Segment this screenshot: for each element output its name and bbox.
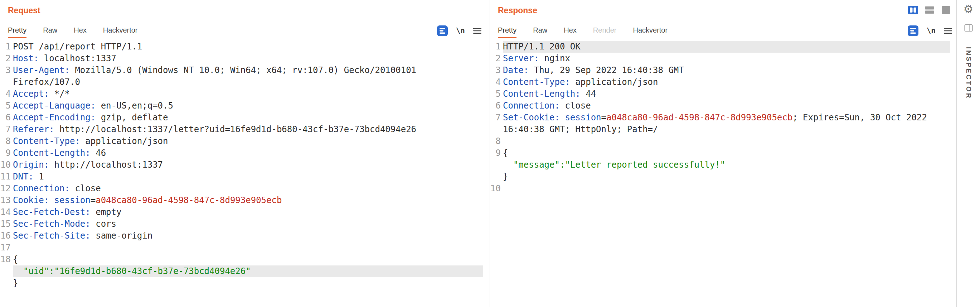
line-content: 16:40:38 GMT; HttpOnly; Path=/ [503,123,950,136]
line-content [503,136,950,147]
line-number: 7 [0,123,13,136]
line-number: 10 [0,159,13,171]
editor-menu-icon[interactable] [473,27,482,34]
line-number: 15 [0,218,13,230]
inspector-label[interactable]: INSPECTOR [965,47,972,99]
line-number: 9 [490,147,503,159]
response-tab-hackvertor[interactable]: Hackvertor [633,26,668,38]
nonprinting-chars-icon[interactable]: \n [927,27,935,35]
code-token-plain: = [601,112,606,123]
line-content: Accept-Language: en-US,en;q=0.5 [13,100,483,112]
line-number: 2 [0,53,13,64]
line-number: 4 [490,76,503,88]
line-number: 8 [490,136,503,147]
code-line: "uid":"16fe9d1d-b680-43cf-b37e-73bcd4094… [0,265,490,277]
code-token-name: Accept-Encoding: [13,112,95,123]
code-token-plain: close [70,184,101,193]
code-line: 7Set-Cookie: session=a048ca80-96ad-4598-… [490,112,957,123]
inspector-panel-icon[interactable] [964,24,973,33]
code-line: 9{ [490,147,957,159]
line-content: { [503,147,950,159]
layout-columns-icon[interactable] [908,5,918,15]
code-token-name: Connection: [503,101,560,111]
line-number: 14 [0,206,13,218]
code-line: } [490,171,957,183]
request-title: Request [8,6,40,15]
code-token-plain: 46 [91,148,106,158]
line-number: 9 [0,147,13,159]
code-token-plain: { [503,148,508,158]
line-number: 1 [490,41,503,53]
request-tab-raw[interactable]: Raw [43,26,57,38]
code-line: 3User-Agent: Mozilla/5.0 (Windows NT 10.… [0,64,490,76]
code-token-plain: close [560,101,591,111]
response-tab-pretty[interactable]: Pretty [498,26,517,38]
code-line: 16:40:38 GMT; HttpOnly; Path=/ [490,123,957,136]
line-number: 4 [0,88,13,100]
code-token-plain: localhost:1337 [39,53,116,63]
line-number: 8 [0,136,13,147]
code-token-plain: empty [91,207,122,217]
code-token-plain: ; Expires=Sun, 30 Oct 2022 [792,112,927,123]
response-tab-hex[interactable]: Hex [564,26,577,38]
code-token-green: "message":"Letter reported successfully!… [503,160,725,170]
request-editor[interactable]: 1POST /api/report HTTP/1.12Host: localho… [0,39,490,307]
code-token-plain: http://localhost:1337/letter?uid=16fe9d1… [54,124,416,134]
pretty-format-icon[interactable] [437,25,448,37]
code-line: 3Date: Thu, 29 Sep 2022 16:40:38 GMT [490,64,957,76]
line-number: 2 [490,53,503,64]
inspector-sidebar[interactable]: ⚙ INSPECTOR [956,0,980,307]
code-token-name: Content-Length: [13,148,91,158]
code-line: 5Accept-Language: en-US,en;q=0.5 [0,100,490,112]
layout-toggles [908,5,951,15]
line-content: Content-Type: application/json [503,76,950,88]
line-number: 5 [490,88,503,100]
line-number: 6 [0,112,13,123]
line-number: 17 [0,242,13,254]
line-number: 16 [0,230,13,242]
code-line: 1POST /api/report HTTP/1.1 [0,41,490,53]
editor-menu-icon[interactable] [943,27,953,34]
line-content: Sec-Fetch-Site: same-origin [13,230,483,242]
line-content: "message":"Letter reported successfully!… [503,159,950,171]
line-number [0,277,13,289]
response-editor[interactable]: 1HTTP/1.1 200 OK2Server: nginx3Date: Thu… [490,39,957,307]
code-token-plain: = [91,195,95,205]
code-token-plain: } [13,278,18,288]
line-number [490,171,503,183]
code-line: 11DNT: 1 [0,171,490,183]
nonprinting-chars-icon[interactable]: \n [456,27,465,35]
code-line: 16Sec-Fetch-Site: same-origin [0,230,490,242]
code-line: 7Referer: http://localhost:1337/letter?u… [0,123,490,136]
pretty-format-icon[interactable] [907,25,919,37]
line-content: Cookie: session=a048ca80-96ad-4598-847c-… [13,195,483,206]
settings-gear-icon[interactable]: ⚙ [964,3,974,15]
request-tab-hex[interactable]: Hex [74,26,87,38]
code-line: 2Host: localhost:1337 [0,53,490,64]
code-token-plain: } [503,171,508,182]
code-line: 10Origin: http://localhost:1337 [0,159,490,171]
request-tab-hackvertor[interactable]: Hackvertor [103,26,138,38]
line-content: Accept: */* [13,88,483,100]
line-content: Accept-Encoding: gzip, deflate [13,112,483,123]
line-content: Host: localhost:1337 [13,53,483,64]
layout-rows-icon[interactable] [924,5,935,15]
code-line: 18{ [0,254,490,265]
code-token-plain: { [13,254,18,264]
request-tabbar: Pretty Raw Hex Hackvertor [0,22,490,38]
line-content: Connection: close [13,183,483,195]
request-tab-pretty[interactable]: Pretty [8,26,27,38]
response-tab-raw[interactable]: Raw [533,26,547,38]
layout-single-icon[interactable] [941,5,951,15]
line-number: 3 [0,64,13,76]
line-number: 3 [490,64,503,76]
line-number: 11 [0,171,13,183]
code-token-plain: Thu, 29 Sep 2022 16:40:38 GMT [529,65,684,75]
code-token-plain: application/json [80,136,168,146]
code-token-name: Sec-Fetch-Site: [13,231,91,241]
code-token-plain: 44 [581,89,596,99]
code-token-plain: POST /api/report HTTP/1.1 [13,42,142,51]
line-content: User-Agent: Mozilla/5.0 (Windows NT 10.0… [13,64,483,76]
code-line: 8 [490,136,957,147]
code-token-plain: same-origin [91,231,153,241]
